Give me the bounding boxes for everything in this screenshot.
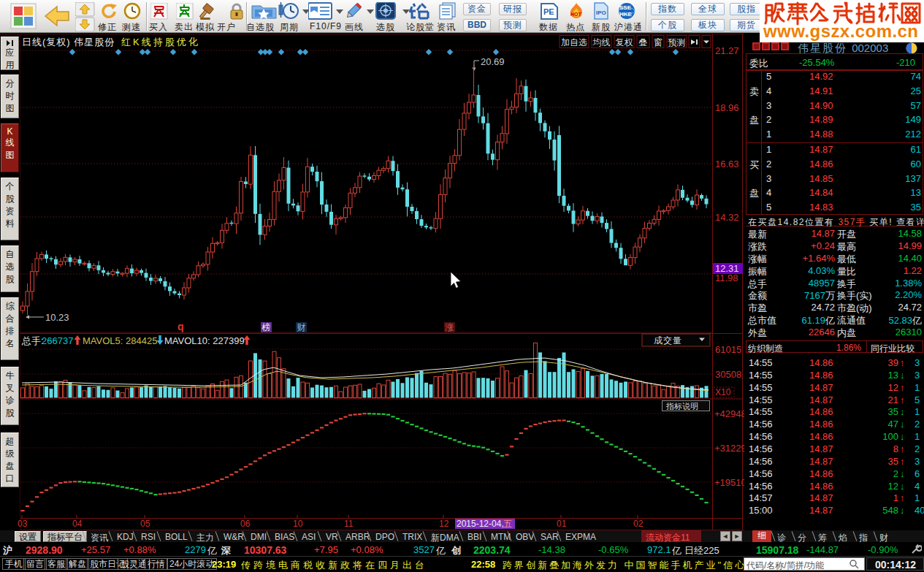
svg-text:+31229: +31229 [714,443,747,454]
svg-text:五: 五 [503,519,512,529]
svg-text:q: q [177,321,184,332]
svg-text:06: 06 [240,519,251,529]
svg-text:成交量: 成交量 [654,335,682,346]
svg-text:01: 01 [557,519,567,529]
svg-text:61015: 61015 [715,344,741,355]
svg-text:红K线持股优化: 红K线持股优化 [121,37,200,47]
svg-text:日线(复权) 伟星股份: 日线(复权) 伟星股份 [22,37,115,47]
svg-text:21.27: 21.27 [715,45,739,56]
svg-text:+19510: +19510 [714,477,747,488]
svg-text:复权: 复权 [616,37,633,47]
svg-text:指标说明: 指标说明 [665,402,698,411]
svg-text:MAVOL10: 227399: MAVOL10: 227399 [164,335,245,346]
svg-text:2015-12-04,: 2015-12-04, [457,519,504,529]
svg-text:10.23: 10.23 [45,312,69,323]
svg-text:03: 03 [18,519,28,529]
svg-text:财: 财 [297,322,306,332]
svg-text:总手:: 总手: [21,335,44,346]
svg-text:均线: 均线 [592,37,611,47]
svg-text:涨: 涨 [445,322,454,332]
svg-text:04: 04 [72,519,83,529]
svg-text:榜: 榜 [261,322,271,332]
svg-text:加自选: 加自选 [561,37,587,47]
svg-text:+42948: +42948 [714,408,747,419]
svg-text:11: 11 [344,519,354,529]
svg-text:02: 02 [633,519,644,529]
svg-text:266737: 266737 [42,335,73,346]
svg-text:www.gszx.com.cn: www.gszx.com.cn [763,21,918,41]
svg-text:预测: 预测 [668,37,686,47]
svg-text:20.69: 20.69 [481,56,505,67]
svg-text:18.96: 18.96 [715,102,739,113]
svg-text:X10: X10 [715,387,731,397]
svg-text:MAVOL5: 284425: MAVOL5: 284425 [83,335,157,346]
svg-text:11.98: 11.98 [715,272,738,283]
svg-text:12.31: 12.31 [715,263,739,274]
svg-text:窗: 窗 [654,37,663,47]
svg-text:12: 12 [439,519,449,529]
svg-text:14.32: 14.32 [715,212,739,223]
svg-text:05: 05 [140,519,150,529]
svg-text:10: 10 [293,519,303,529]
svg-text:16.63: 16.63 [715,159,739,169]
svg-text:30508: 30508 [715,369,741,380]
svg-text:叠: 叠 [639,37,648,47]
